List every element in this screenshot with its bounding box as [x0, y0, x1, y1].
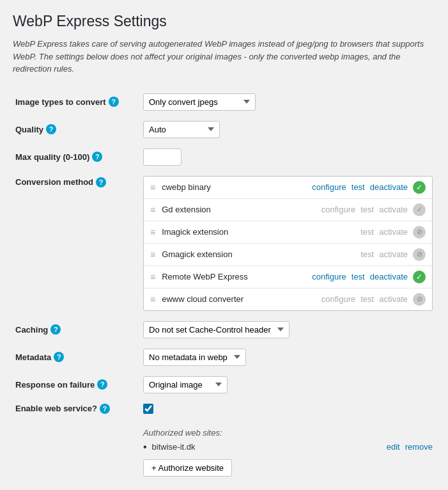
- test-link-cwebp[interactable]: test: [351, 182, 365, 192]
- converter-name-imagick: Imagick extension: [162, 227, 355, 237]
- max-quality-input[interactable]: 80: [143, 148, 182, 166]
- quality-select[interactable]: Auto 85 75: [143, 121, 220, 138]
- configure-link-ewww[interactable]: configure: [321, 294, 355, 304]
- test-link-ewww[interactable]: test: [360, 294, 374, 304]
- metadata-select[interactable]: No metadata in webp Keep all metadata: [143, 349, 246, 366]
- status-imagick: ⊘: [413, 226, 426, 239]
- enable-web-service-label: Enable web service?: [15, 404, 97, 413]
- conversion-method-label: Conversion method: [15, 177, 93, 187]
- metadata-label: Metadata: [15, 352, 51, 362]
- status-gd: ✓: [413, 203, 426, 216]
- deactivate-link-remote[interactable]: deactivate: [370, 272, 408, 281]
- max-quality-help-icon[interactable]: ?: [92, 152, 102, 162]
- enable-web-service-cell: [143, 404, 433, 414]
- drag-handle-imagick[interactable]: ≡: [150, 227, 155, 237]
- converter-row-gd: ≡ Gd extension configure test activate ✓: [144, 199, 432, 221]
- status-green-icon-cwebp: ✓: [413, 181, 426, 194]
- status-gmagick: ⊘: [413, 248, 426, 261]
- activate-link-gmagick[interactable]: activate: [379, 249, 408, 259]
- status-cwebp: ✓: [413, 181, 426, 194]
- image-types-label: Image types to convert: [15, 97, 106, 107]
- metadata-help-icon[interactable]: ?: [54, 352, 64, 362]
- activate-link-imagick[interactable]: activate: [379, 227, 408, 237]
- activate-link-ewww[interactable]: activate: [379, 294, 408, 304]
- configure-link-gd[interactable]: configure: [321, 205, 355, 214]
- caching-select[interactable]: Do not set Cache-Control header Set Cach…: [143, 321, 290, 338]
- caching-label: Caching: [15, 325, 48, 335]
- converter-row-cwebp: ≡ cwebp binary configure test deactivate…: [144, 177, 432, 199]
- response-failure-select[interactable]: Original image Empty response Error: [143, 376, 228, 393]
- authorized-item: • bitwise-it.dk edit remove: [143, 441, 433, 453]
- conversion-methods-list: ≡ cwebp binary configure test deactivate…: [143, 176, 433, 311]
- image-types-help-icon[interactable]: ?: [109, 97, 119, 107]
- test-link-imagick[interactable]: test: [360, 227, 374, 237]
- status-grey-icon-gd: ✓: [413, 203, 426, 216]
- converter-row-remote: ≡ Remote WebP Express configure test dea…: [144, 266, 432, 288]
- converter-name-gmagick: Gmagick extension: [162, 249, 355, 259]
- conversion-method-help-icon[interactable]: ?: [96, 177, 106, 187]
- quality-label: Quality: [15, 125, 43, 134]
- deactivate-link-cwebp[interactable]: deactivate: [370, 182, 408, 192]
- test-link-gmagick[interactable]: test: [360, 249, 374, 259]
- remove-site-link[interactable]: remove: [405, 442, 433, 452]
- authorized-label: Authorized web sites:: [143, 428, 433, 438]
- response-failure-label: Response on failure: [15, 380, 95, 390]
- drag-handle-remote[interactable]: ≡: [150, 272, 155, 282]
- configure-link-cwebp[interactable]: configure: [312, 182, 346, 192]
- test-link-remote[interactable]: test: [351, 272, 365, 281]
- status-grey-icon-gmagick: ⊘: [413, 248, 426, 261]
- status-grey-icon-imagick: ⊘: [413, 226, 426, 239]
- quality-help-icon[interactable]: ?: [46, 124, 56, 134]
- drag-handle-gd[interactable]: ≡: [150, 205, 155, 215]
- converter-row-imagick: ≡ Imagick extension test activate ⊘: [144, 221, 432, 244]
- converter-name-ewww: ewww cloud converter: [162, 294, 316, 304]
- edit-site-link[interactable]: edit: [387, 442, 400, 452]
- enable-web-service-help-icon[interactable]: ?: [100, 404, 110, 414]
- page-description: WebP Express takes care of serving autog…: [13, 38, 435, 75]
- max-quality-label: Max quality (0-100): [15, 152, 89, 162]
- converter-name-cwebp: cwebp binary: [162, 182, 307, 192]
- authorized-section: Authorized web sites: • bitwise-it.dk ed…: [143, 424, 433, 480]
- configure-link-remote[interactable]: configure: [312, 272, 346, 281]
- authorize-website-button[interactable]: + Authorize website: [143, 459, 232, 477]
- drag-handle-gmagick[interactable]: ≡: [150, 249, 155, 260]
- status-green-icon-remote: ✓: [413, 271, 426, 283]
- converter-name-remote: Remote WebP Express: [162, 272, 307, 281]
- status-remote: ✓: [413, 271, 426, 283]
- caching-help-icon[interactable]: ?: [50, 324, 61, 335]
- drag-handle-cwebp[interactable]: ≡: [150, 182, 155, 193]
- enable-web-service-checkbox[interactable]: [143, 404, 153, 414]
- test-link-gd[interactable]: test: [360, 205, 374, 214]
- drag-handle-ewww[interactable]: ≡: [150, 294, 155, 304]
- response-failure-help-icon[interactable]: ?: [97, 379, 107, 390]
- authorized-site-name: bitwise-it.dk: [152, 442, 382, 452]
- converter-row-gmagick: ≡ Gmagick extension test activate ⊘: [144, 244, 432, 266]
- activate-link-gd[interactable]: activate: [379, 205, 408, 214]
- image-types-select[interactable]: Only convert jpegs Convert jpegs and png…: [143, 93, 256, 111]
- status-grey-icon-ewww: ⊘: [413, 293, 426, 306]
- page-title: WebP Express Settings: [13, 13, 435, 30]
- bullet-icon: •: [143, 441, 147, 453]
- converter-row-ewww: ≡ ewww cloud converter configure test ac…: [144, 288, 432, 310]
- status-ewww: ⊘: [413, 293, 426, 306]
- converter-name-gd: Gd extension: [162, 205, 316, 214]
